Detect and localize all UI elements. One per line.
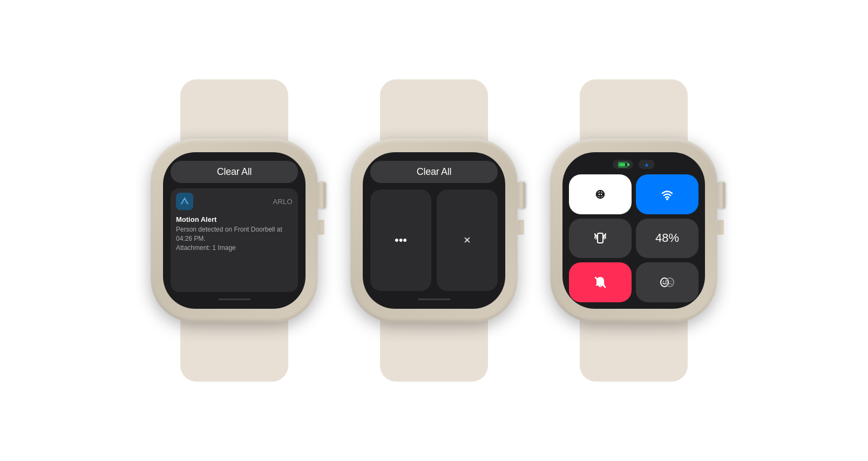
more-icon: ••• [395,233,407,247]
close-action-button[interactable]: × [437,189,498,291]
band-bottom-1 [180,317,288,382]
cellular-button[interactable] [569,174,632,214]
watch-case-2: Clear All ••• × [350,139,518,322]
watch-case-3: ▲ [550,139,717,322]
location-arrow-icon: ▲ [644,161,649,167]
svg-rect-3 [598,233,603,243]
watches-container: Clear All ARLO Motio [0,79,868,382]
watch-screen-1: Clear All ARLO Motio [163,152,306,309]
battery-percent-button[interactable]: 48% [636,219,699,259]
clear-all-button-2[interactable]: Clear All [370,161,498,183]
band-top-1 [180,79,288,144]
wifi-button[interactable] [636,174,699,214]
clear-all-button-1[interactable]: Clear All [171,161,298,183]
svg-point-2 [666,198,668,200]
ping-iphone-button[interactable] [569,219,632,259]
notification-card[interactable]: ARLO Motion Alert Person detected on Fro… [171,188,298,292]
battery-percent-label: 48% [655,231,679,245]
notification-text: Person detected on Front Doorbell at 04:… [176,225,293,252]
action-buttons-grid: ••• × [370,189,498,291]
watch-1: Clear All ARLO Motio [151,79,318,382]
cellular-icon [593,187,608,202]
svg-point-10 [670,281,672,282]
svg-point-6 [663,281,664,282]
watch-3: ▲ [550,79,717,382]
app-name-label: ARLO [273,198,293,206]
watch-screen-3: ▲ [562,152,705,309]
control-center-screen: ▲ [562,152,705,309]
watch-crown-2[interactable] [518,182,525,209]
divider-2 [418,299,450,300]
band-bottom-3 [580,317,688,382]
theater-mode-icon [659,275,675,290]
location-status: ▲ [639,160,655,169]
notification-header: ARLO [171,188,298,213]
battery-icon [618,162,628,167]
notification-title: Motion Alert [176,215,293,223]
ping-iphone-icon [593,231,608,246]
watch-case-1: Clear All ARLO Motio [151,139,318,322]
divider-1 [218,299,250,300]
watch-button-3[interactable] [717,220,724,235]
band-bottom-2 [380,317,488,382]
more-action-button[interactable]: ••• [370,189,431,291]
status-bar: ▲ [569,159,699,170]
arlo-app-icon [176,193,193,210]
control-grid: 48% [569,174,699,302]
actions-screen: Clear All ••• × [363,152,505,309]
svg-point-9 [668,281,669,282]
watch-2: Clear All ••• × [350,79,518,382]
silent-mode-button[interactable] [569,262,632,302]
wifi-icon [660,187,675,202]
notification-body: Motion Alert Person detected on Front Do… [171,213,298,257]
mute-bell-icon [593,275,608,290]
theater-mode-button[interactable] [636,262,699,302]
svg-point-8 [666,278,674,287]
band-top-2 [380,79,488,144]
watch-button-2[interactable] [518,220,524,235]
band-top-3 [580,79,688,144]
watch-crown-1[interactable] [318,182,326,209]
notifications-screen: Clear All ARLO Motio [163,152,306,309]
watch-button-1[interactable] [318,220,324,235]
watch-crown-3[interactable] [717,182,725,209]
battery-status [613,160,633,169]
close-icon: × [464,233,471,247]
watch-screen-2: Clear All ••• × [363,152,505,309]
